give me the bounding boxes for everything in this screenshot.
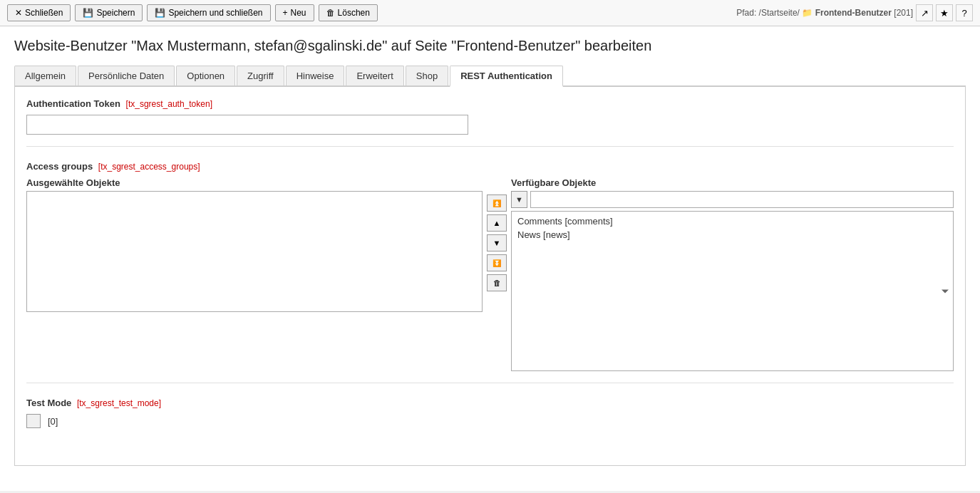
save-icon: 💾 [83, 8, 93, 18]
tab-hinweise[interactable]: Hinweise [286, 66, 345, 85]
test-mode-label: Test Mode [tx_sgrest_test_mode] [26, 398, 954, 408]
access-groups-label: Access groups [tx_sgrest_access_groups] [26, 161, 954, 172]
page-title: Website-Benutzer "Max Mustermann, stefan… [14, 38, 966, 54]
move-up-icon: ▲ [493, 219, 501, 227]
main-content: Website-Benutzer "Max Mustermann, stefan… [0, 26, 980, 491]
remove-button[interactable]: 🗑 [487, 274, 507, 291]
move-bottom-icon: ⏬ [492, 259, 501, 267]
tab-bar: Allgemein Persönliche Daten Optionen Zug… [14, 66, 966, 87]
tab-rest-authentication[interactable]: REST Authentication [450, 66, 563, 87]
move-bottom-button[interactable]: ⏬ [487, 254, 507, 271]
available-objects-list[interactable]: Comments [comments] News [news] [511, 211, 954, 371]
tab-shop[interactable]: Shop [406, 66, 448, 85]
test-mode-value: [0] [48, 416, 58, 427]
close-icon: ✕ [15, 8, 22, 18]
authentication-token-section: Authentication Token [tx_sgrest_auth_tok… [26, 98, 954, 147]
tab-optionen[interactable]: Optionen [176, 66, 235, 85]
move-down-button[interactable]: ▼ [487, 234, 507, 251]
tab-zugriff[interactable]: Zugriff [237, 66, 284, 85]
new-icon: + [283, 8, 288, 18]
move-up-button[interactable]: ▲ [487, 214, 507, 232]
toolbar: ✕ Schließen 💾 Speichern 💾 Speichern und … [0, 0, 980, 26]
breadcrumb-folder-icon: 📁 [802, 8, 813, 18]
available-items: Comments [comments] News [news] [512, 212, 953, 244]
tab-content: Authentication Token [tx_sgrest_auth_tok… [14, 87, 966, 466]
new-button[interactable]: + Neu [275, 4, 314, 21]
move-top-button[interactable]: ⏫ [487, 194, 507, 212]
test-mode-tag: [tx_sgrest_test_mode] [77, 398, 161, 408]
auth-token-tag: [tx_sgrest_auth_token] [126, 99, 212, 109]
save-button[interactable]: 💾 Speichern [75, 4, 143, 21]
filter-input[interactable] [530, 191, 954, 208]
topbar-right: Pfad: /Startseite/ 📁 Frontend-Benutzer [… [736, 4, 973, 21]
tab-allgemein[interactable]: Allgemein [14, 66, 76, 85]
move-top-icon: ⏫ [492, 199, 501, 207]
test-mode-checkbox[interactable] [26, 414, 41, 428]
access-groups-row: Ausgewählte Objekte ⏫ ▲ ▼ ⏬ [26, 177, 954, 371]
chevron-down-icon [942, 289, 949, 293]
test-mode-section: Test Mode [tx_sgrest_test_mode] [0] [26, 398, 954, 440]
auth-token-input[interactable] [26, 115, 468, 135]
available-objects-title: Verfügbare Objekte [511, 177, 954, 188]
breadcrumb: Pfad: /Startseite/ 📁 Frontend-Benutzer [… [736, 8, 913, 18]
access-groups-tag: [tx_sgrest_access_groups] [98, 162, 200, 172]
tab-persoenliche-daten[interactable]: Persönliche Daten [78, 66, 175, 85]
move-down-icon: ▼ [493, 239, 501, 247]
delete-icon: 🗑 [326, 8, 335, 18]
save-close-icon: 💾 [155, 8, 165, 18]
list-item[interactable]: News [news] [512, 228, 953, 242]
list-controls: ⏫ ▲ ▼ ⏬ 🗑 [483, 192, 511, 291]
selected-objects-label: Ausgewählte Objekte [26, 177, 483, 188]
external-link-button[interactable]: ↗ [916, 4, 933, 21]
help-icon: ? [961, 8, 966, 19]
tab-erweitert[interactable]: Erweitert [346, 66, 403, 85]
trash-icon: 🗑 [493, 279, 501, 287]
access-groups-section: Access groups [tx_sgrest_access_groups] … [26, 161, 954, 383]
list-item[interactable]: Comments [comments] [512, 214, 953, 228]
star-icon: ★ [940, 8, 949, 19]
selected-objects-col: Ausgewählte Objekte [26, 177, 483, 312]
test-mode-row: [0] [26, 414, 954, 428]
close-button[interactable]: ✕ Schließen [7, 4, 71, 21]
filter-row: ▼ [511, 191, 954, 208]
auth-token-label: Authentication Token [tx_sgrest_auth_tok… [26, 98, 954, 109]
filter-icon: ▼ [511, 191, 527, 208]
help-button[interactable]: ? [956, 4, 973, 21]
save-close-button[interactable]: 💾 Speichern und schließen [147, 4, 270, 21]
bookmark-button[interactable]: ★ [936, 4, 953, 21]
available-objects-wrapper: ▼ Comments [comments] News [news] [511, 191, 954, 371]
selected-objects-list[interactable] [26, 191, 483, 312]
external-link-icon: ↗ [921, 8, 929, 19]
delete-button[interactable]: 🗑 Löschen [319, 4, 378, 21]
toolbar-buttons: ✕ Schließen 💾 Speichern 💾 Speichern und … [7, 4, 378, 21]
available-objects-col: Verfügbare Objekte ▼ Comments [comments] [511, 177, 954, 371]
